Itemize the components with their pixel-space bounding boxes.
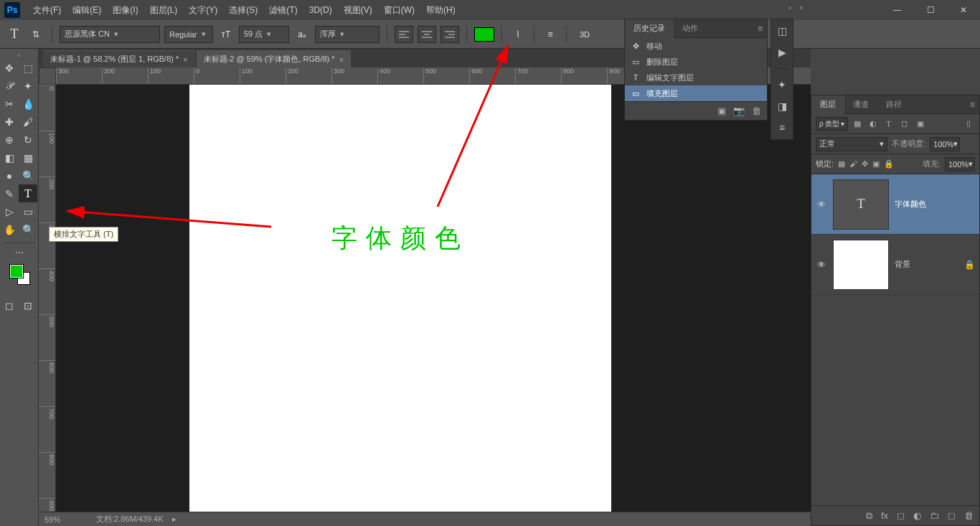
menu-layer[interactable]: 图层(L) [144, 1, 184, 20]
align-right-button[interactable] [440, 26, 459, 43]
filter-pixel-icon[interactable]: ▦ [851, 118, 864, 131]
menu-window[interactable]: 窗口(W) [378, 1, 420, 20]
layer-item-text[interactable]: 👁 T 字体颜色 [811, 174, 979, 235]
panel-icon-5[interactable]: ≡ [779, 122, 785, 133]
magic-wand-tool[interactable]: ✦ [19, 77, 37, 95]
visibility-icon[interactable]: 👁 [816, 199, 827, 210]
menu-view[interactable]: 视图(V) [338, 1, 378, 20]
panel-menu-icon[interactable]: ≡ [753, 24, 767, 34]
history-item[interactable]: ▭填充图层 [625, 85, 767, 101]
history-item[interactable]: ✥移动 [625, 38, 767, 54]
new-layer-icon[interactable]: ◻ [948, 510, 956, 521]
close-icon[interactable]: × [339, 55, 344, 64]
tab-paths[interactable]: 路径 [877, 95, 910, 114]
canvas-background[interactable]: 字体颜色 [56, 85, 811, 512]
lock-transparent-icon[interactable]: ▦ [838, 159, 845, 169]
anti-alias-select[interactable]: 浑厚 [315, 26, 380, 43]
filter-smart-icon[interactable]: ▣ [914, 118, 927, 131]
brush-tool[interactable]: 🖌 [19, 113, 37, 131]
tab-layers[interactable]: 图层 [811, 95, 844, 114]
menu-help[interactable]: 帮助(H) [420, 1, 461, 20]
layer-thumbnail[interactable]: T [833, 179, 889, 230]
history-brush-tool[interactable]: ↻ [19, 131, 37, 149]
tab-doc-2[interactable]: 未标题-2 @ 59% (字体颜色, RGB/8) *× [197, 50, 351, 67]
filter-adjust-icon[interactable]: ◐ [867, 118, 880, 131]
collapse-icon[interactable]: « [785, 3, 795, 13]
character-panel-icon[interactable]: ≡ [542, 26, 559, 43]
layer-fx-icon[interactable]: fx [881, 510, 888, 521]
snapshot-icon[interactable]: 📷 [733, 105, 745, 116]
font-size-select[interactable]: 59 点 [239, 26, 289, 43]
font-style-select[interactable]: Regular [164, 26, 213, 43]
menu-file[interactable]: 文件(F) [27, 1, 67, 20]
layer-thumbnail[interactable] [833, 240, 889, 290]
foreground-color-swatch[interactable] [10, 265, 23, 278]
tab-channels[interactable]: 通道 [844, 95, 877, 114]
font-family-select[interactable]: 思源黑体 CN [60, 26, 160, 43]
layer-name[interactable]: 字体颜色 [895, 199, 975, 210]
canvas-text[interactable]: 字体颜色 [331, 221, 469, 256]
link-layers-icon[interactable]: ⧉ [866, 510, 872, 522]
eraser-tool[interactable]: ◧ [0, 149, 19, 166]
close-icon[interactable]: × [796, 3, 806, 13]
dodge-tool[interactable]: 🔍 [19, 166, 37, 184]
lock-artboard-icon[interactable]: ▣ [872, 159, 880, 169]
doc-size[interactable]: 文档:2.86M/439.4K [96, 514, 164, 525]
quickmask-tool[interactable]: ◻ [0, 296, 19, 314]
gradient-tool[interactable]: ▦ [19, 149, 37, 166]
layer-mask-icon[interactable]: ◻ [897, 510, 905, 521]
close-button[interactable]: ✕ [947, 0, 980, 20]
ruler-vertical[interactable]: 0100200300400500600700800900 [39, 85, 56, 512]
align-left-button[interactable] [395, 26, 413, 43]
lock-position-icon[interactable]: ✥ [862, 159, 868, 169]
menu-image[interactable]: 图像(I) [107, 1, 143, 20]
maximize-button[interactable]: ☐ [914, 0, 947, 20]
menu-edit[interactable]: 编辑(E) [67, 1, 107, 20]
lock-pixels-icon[interactable]: 🖌 [849, 159, 857, 169]
panel-icon-2[interactable]: ▶ [778, 47, 786, 58]
shape-tool[interactable]: ▭ [19, 202, 37, 220]
move-tool[interactable]: ✥ [0, 59, 19, 77]
delete-icon[interactable]: 🗑 [752, 105, 761, 116]
filter-type-icon[interactable]: T [882, 118, 895, 131]
filter-shape-icon[interactable]: ◻ [898, 118, 911, 131]
layer-filter-kind[interactable]: ρ 类型 ▾ [816, 117, 848, 131]
delete-layer-icon[interactable]: 🗑 [964, 510, 974, 521]
canvas[interactable]: 字体颜色 [189, 85, 611, 512]
tab-actions[interactable]: 动作 [674, 19, 707, 38]
fill-input[interactable]: 100%▾ [945, 157, 975, 172]
align-center-button[interactable] [418, 26, 436, 43]
minimize-button[interactable]: — [881, 0, 914, 20]
menu-filter[interactable]: 滤镜(T) [263, 1, 303, 20]
path-select-tool[interactable]: ▷ [0, 202, 19, 220]
close-icon[interactable]: × [183, 55, 187, 64]
history-item[interactable]: T编辑文字图层 [625, 70, 767, 85]
status-arrow-icon[interactable]: ▸ [172, 515, 176, 524]
layer-name[interactable]: 背景 [895, 259, 958, 270]
visibility-icon[interactable]: 👁 [816, 260, 827, 270]
zoom-tool[interactable]: 🔍 [19, 220, 37, 238]
crop-tool[interactable]: ✂ [0, 95, 19, 113]
text-color-swatch[interactable] [474, 27, 494, 42]
opacity-input[interactable]: 100%▾ [930, 137, 960, 151]
zoom-level[interactable]: 59% [44, 515, 88, 524]
menu-type[interactable]: 文字(Y) [183, 1, 223, 20]
panel-icon-1[interactable]: ◫ [778, 25, 787, 37]
new-doc-icon[interactable]: ▣ [717, 105, 726, 116]
warp-text-icon[interactable]: ⌇ [509, 26, 527, 43]
panel-menu-icon[interactable]: ≡ [966, 100, 979, 110]
layer-item-bg[interactable]: 👁 背景 🔒 [811, 235, 979, 295]
lasso-tool[interactable]: 𝒫 [0, 77, 19, 95]
menu-3d[interactable]: 3D(D) [303, 1, 338, 19]
orientation-icon[interactable]: ⇅ [27, 26, 44, 43]
pen-tool[interactable]: ✎ [0, 184, 19, 202]
group-icon[interactable]: 🗀 [930, 510, 939, 521]
eyedropper-tool[interactable]: 💧 [19, 95, 37, 113]
panel-icon-4[interactable]: ◨ [778, 100, 787, 112]
tab-history[interactable]: 历史记录 [625, 19, 674, 38]
type-tool[interactable]: T [19, 184, 37, 202]
menu-select[interactable]: 选择(S) [223, 1, 263, 20]
adjustment-layer-icon[interactable]: ◐ [913, 510, 921, 521]
stamp-tool[interactable]: ⊕ [0, 131, 19, 149]
history-item[interactable]: ▭删除图层 [625, 54, 767, 70]
